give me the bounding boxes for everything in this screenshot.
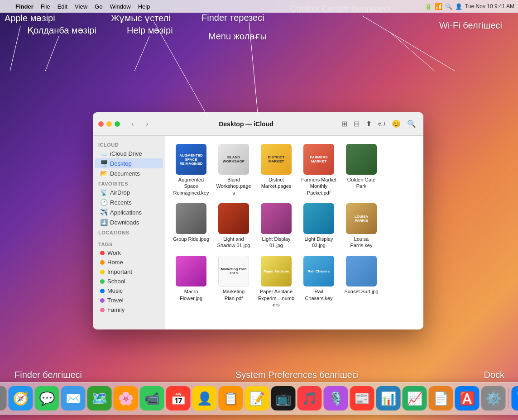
- window-menu[interactable]: Window: [106, 2, 134, 11]
- dock-icon-numbers[interactable]: 📈: [403, 386, 427, 410]
- traffic-lights: [98, 121, 120, 127]
- file-item[interactable]: DISTRICT MARKETDistrict Market.pages: [256, 141, 297, 199]
- dock-icon-reminders[interactable]: 📋: [219, 386, 243, 410]
- dock-icon-pages[interactable]: 📄: [429, 386, 453, 410]
- dock-icon-mail[interactable]: ✉️: [61, 386, 86, 410]
- file-item[interactable]: Light Display 03.jpg: [298, 200, 339, 252]
- sidebar-item-applications[interactable]: ✈️ Applications: [95, 207, 163, 217]
- sort-button[interactable]: ⊟: [352, 118, 361, 130]
- svg-line-3: [154, 22, 208, 118]
- more-button[interactable]: 😊: [390, 118, 403, 130]
- file-name: Augmented Space Reimagined.key: [173, 177, 210, 196]
- app-menu-label: Қолданба мәзірі: [27, 25, 96, 36]
- sidebar-item-downloads[interactable]: ⬇️ Downloads: [95, 217, 163, 227]
- important-tag-dot: [100, 270, 105, 274]
- apple-menu[interactable]: [4, 5, 11, 7]
- search-icon[interactable]: 🔍: [445, 3, 452, 10]
- dock-icon-safari[interactable]: 🧭: [9, 386, 33, 410]
- file-item[interactable]: Light and Shadow 01.jpg: [213, 200, 254, 252]
- sidebar-item-icloud-drive[interactable]: ☁️ iCloud Drive: [95, 148, 163, 158]
- sidebar-tag-music[interactable]: Music: [95, 286, 163, 296]
- dock-icon-contacts[interactable]: 👤: [192, 386, 217, 410]
- file-item[interactable]: Rail ChasersRail Chasers.key: [298, 253, 339, 310]
- file-item[interactable]: BLAND WORKSHOPBland Workshop.pages: [213, 141, 254, 199]
- edit-menu[interactable]: Edit: [54, 2, 71, 11]
- file-item[interactable]: Group Ride.jpeg: [171, 200, 211, 252]
- svg-line-4: [249, 22, 258, 118]
- sidebar-item-desktop[interactable]: 🖥️ Desktop: [95, 158, 163, 168]
- dock-label: Dock: [484, 370, 504, 380]
- desktop-label-sidebar: Desktop: [110, 160, 132, 167]
- file-name: Sunset Surf.jpg: [344, 288, 378, 295]
- file-name: Marketing Plan.pdf: [215, 288, 252, 301]
- file-item[interactable]: Sunset Surf.jpg: [341, 253, 382, 310]
- sidebar-tag-school[interactable]: School: [95, 277, 163, 286]
- file-name: Paper Airplane Experim....numbers: [258, 288, 295, 308]
- dock-icon-podcasts[interactable]: 🎙️: [324, 386, 348, 410]
- file-name: Group Ride.jpeg: [173, 236, 209, 242]
- dock-icon-system-preferences[interactable]: ⚙️: [481, 386, 506, 410]
- dock-icon-music[interactable]: 🎵: [297, 386, 322, 410]
- dock-icon-maps[interactable]: 🗺️: [87, 386, 112, 410]
- file-name: District Market.pages: [258, 177, 295, 190]
- dock-icon-app-store[interactable]: 🅰️: [455, 386, 480, 410]
- file-item[interactable]: Marketing Plan 2019Marketing Plan.pdf: [213, 253, 254, 310]
- maximize-button[interactable]: [115, 121, 120, 127]
- view-menu[interactable]: View: [71, 2, 91, 11]
- file-item[interactable]: Paper AirplanePaper Airplane Experim....…: [256, 253, 297, 310]
- applications-label: Applications: [110, 209, 142, 216]
- sidebar-tag-family[interactable]: Family: [95, 305, 163, 315]
- dock-icon-photos[interactable]: 🌸: [114, 386, 138, 410]
- sidebar-tag-work[interactable]: Work: [95, 248, 163, 258]
- finder-menu[interactable]: Finder: [12, 2, 37, 11]
- home-tag-label: Home: [107, 259, 123, 266]
- file-item[interactable]: FARMERS MARKETFarmers Market Monthly Pac…: [298, 141, 339, 199]
- sidebar-tag-important[interactable]: Important: [95, 267, 163, 277]
- sidebar-item-recents[interactable]: 🕐 Recents: [95, 197, 163, 207]
- downloads-icon: ⬇️: [100, 219, 107, 226]
- dock-icon-calendar[interactable]: 📅: [166, 386, 191, 410]
- svg-line-2: [134, 36, 149, 71]
- minimize-button[interactable]: [106, 121, 112, 127]
- dock-icon-facetime[interactable]: 📹: [140, 386, 164, 410]
- documents-label: Documents: [110, 170, 140, 177]
- music-tag-label: Music: [107, 287, 123, 294]
- svg-line-1: [45, 36, 59, 71]
- dock-icon-keynote[interactable]: 📊: [376, 386, 401, 410]
- file-item[interactable]: LOUISA PARRISLouisa Parris.key: [341, 200, 382, 252]
- go-menu[interactable]: Go: [91, 2, 106, 11]
- finder-body: iCloud ☁️ iCloud Drive 🖥️ Desktop 📂 Docu…: [93, 136, 423, 329]
- file-item[interactable]: Golden Gate Park: [341, 141, 382, 199]
- sidebar-tag-home[interactable]: Home: [95, 258, 163, 267]
- wifi-icon[interactable]: 📶: [435, 3, 442, 10]
- dock-icon-airport-utility[interactable]: 📡: [512, 386, 518, 410]
- file-menu[interactable]: File: [37, 2, 54, 11]
- tag-button[interactable]: 🏷: [376, 118, 387, 130]
- dock-icon-apple-tv[interactable]: 📺: [271, 386, 296, 410]
- view-toggle-button[interactable]: ⊞: [340, 118, 349, 130]
- forward-button[interactable]: ›: [142, 119, 153, 129]
- sidebar-item-documents[interactable]: 📂 Documents: [95, 168, 163, 178]
- work-tag-label: Work: [107, 249, 121, 256]
- dock-icon-notes[interactable]: 📝: [245, 386, 269, 410]
- help-menu[interactable]: Help: [134, 2, 154, 11]
- sidebar-tag-travel[interactable]: Travel: [95, 296, 163, 305]
- dock-icon-news[interactable]: 📰: [350, 386, 374, 410]
- sidebar-item-airdrop[interactable]: 📡 AirDrop: [95, 187, 163, 197]
- finder-toolbar: ‹ › Desktop — iCloud ⊞ ⊟ ⬆ 🏷 😊 🔍: [93, 112, 423, 136]
- finder-title: Desktop — iCloud: [156, 120, 336, 128]
- dock-icon-messages[interactable]: 💬: [35, 386, 59, 410]
- user-icon[interactable]: 👤: [455, 3, 462, 10]
- file-item[interactable]: Macro Flower.jpg: [171, 253, 211, 310]
- home-tag-dot: [100, 260, 105, 265]
- file-item[interactable]: Light Display 01.jpg: [256, 200, 297, 252]
- dock-icon-launchpad[interactable]: ⚡: [0, 386, 7, 410]
- share-button[interactable]: ⬆: [364, 118, 374, 130]
- file-item[interactable]: AUGMENTED SPACE REIMAGINEDAugmented Spac…: [171, 141, 211, 199]
- search-button[interactable]: 🔍: [405, 118, 418, 130]
- desktop-label: Жұмыс үстелі: [111, 13, 171, 24]
- back-button[interactable]: ‹: [127, 119, 138, 129]
- close-button[interactable]: [98, 121, 104, 127]
- important-tag-label: Important: [107, 268, 132, 275]
- file-name: Rail Chasers.key: [300, 288, 337, 301]
